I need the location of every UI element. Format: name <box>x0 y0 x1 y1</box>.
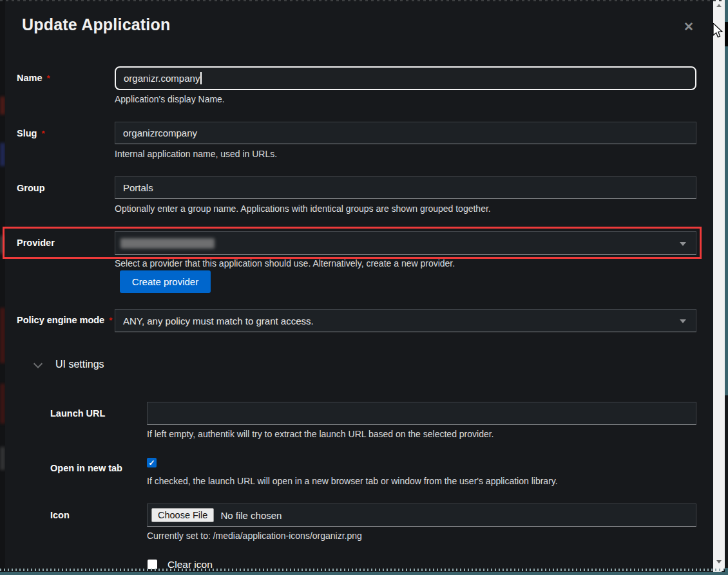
icon-file-input: Choose File No file chosen <box>147 504 696 527</box>
update-application-modal: Update Application ✕ Name* organizr.comp… <box>5 0 713 575</box>
modal-title: Update Application <box>22 15 170 34</box>
window-edge-dotted-top <box>0 0 725 1</box>
open-in-new-tab-label: Open in new tab <box>50 463 122 473</box>
slug-help: Internal application name, used in URLs. <box>115 149 277 159</box>
background-artifact <box>0 308 5 363</box>
check-icon: ✓ <box>148 458 155 467</box>
slug-label: Slug* <box>17 128 44 138</box>
launch-url-help: If left empty, authentik will try to ext… <box>147 429 494 439</box>
chevron-down-icon[interactable] <box>34 359 43 368</box>
provider-help: Select a provider that this application … <box>115 258 455 269</box>
window-edge-dotted-bottom <box>0 569 725 571</box>
open-in-new-tab-checkbox[interactable]: ✓ <box>147 458 157 467</box>
group-help: Optionally enter a group name. Applicati… <box>115 203 491 214</box>
background-artifact <box>0 447 5 470</box>
window-edge-artifact <box>725 395 728 568</box>
mouse-cursor <box>713 23 723 42</box>
policy-engine-mode-select[interactable]: ANY, any policy must match to grant acce… <box>115 309 696 332</box>
clear-icon-checkbox[interactable] <box>148 560 157 569</box>
background-artifact <box>0 236 5 254</box>
window-edge-artifact <box>725 22 728 46</box>
required-asterisk: * <box>47 73 50 83</box>
group-input[interactable]: Portals <box>115 176 696 199</box>
slug-input[interactable]: organizrcompany <box>115 122 696 144</box>
group-label: Group <box>17 183 45 193</box>
required-asterisk: * <box>109 316 112 325</box>
dropdown-caret-icon <box>680 242 686 246</box>
name-help: Application's display Name. <box>115 94 225 104</box>
provider-label: Provider <box>17 238 55 248</box>
background-artifact <box>0 143 5 166</box>
file-status-text: No file chosen <box>220 510 282 521</box>
scroll-down-icon[interactable] <box>713 556 725 567</box>
required-asterisk: * <box>41 129 44 138</box>
provider-select[interactable] <box>115 231 696 255</box>
background-artifact <box>0 384 5 424</box>
app-window: Update Application ✕ Name* organizr.comp… <box>0 0 728 575</box>
name-label: Name* <box>17 73 50 83</box>
background-page-sliver <box>0 0 5 575</box>
create-provider-button[interactable]: Create provider <box>120 270 211 293</box>
icon-label: Icon <box>50 510 70 520</box>
policy-engine-mode-label: Policy engine mode* <box>17 315 112 325</box>
launch-url-label: Launch URL <box>50 408 105 419</box>
window-edge-bottom <box>0 572 728 575</box>
background-artifact <box>0 97 5 115</box>
icon-help: Currently set to: /media/application-ico… <box>147 531 362 541</box>
launch-url-input[interactable] <box>147 402 696 425</box>
open-in-new-tab-help: If checked, the launch URL will open in … <box>147 476 558 486</box>
text-caret <box>200 72 202 84</box>
scroll-up-icon[interactable] <box>713 0 725 11</box>
ui-settings-header[interactable]: UI settings <box>55 359 104 370</box>
vertical-scrollbar[interactable] <box>713 0 725 572</box>
redacted-provider-value <box>120 238 215 249</box>
name-input[interactable]: organizr.company <box>115 66 696 90</box>
dropdown-caret-icon <box>680 319 686 323</box>
close-icon[interactable]: ✕ <box>680 18 697 35</box>
choose-file-button[interactable]: Choose File <box>151 508 214 522</box>
